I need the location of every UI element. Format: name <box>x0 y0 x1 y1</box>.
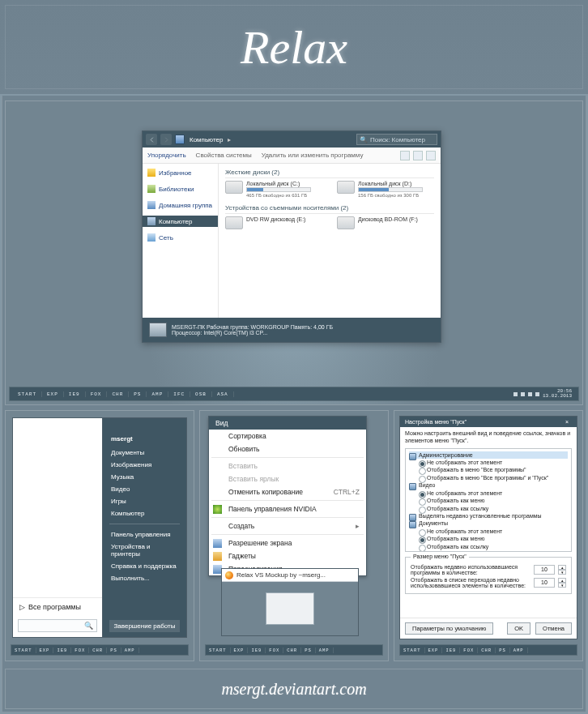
taskbar-item[interactable]: EXP <box>36 648 54 653</box>
tray-icon[interactable] <box>528 392 532 396</box>
menu-item[interactable]: Разрешение экрана <box>209 537 366 549</box>
organize-button[interactable]: Упорядочить <box>147 152 186 159</box>
recent-programs-spinner[interactable]: 10 <box>534 565 555 575</box>
taskbar-item[interactable]: IE9 <box>248 648 266 653</box>
taskbar-item[interactable]: FOX <box>460 648 478 653</box>
tree-option[interactable]: Не отображать этот элемент <box>419 528 568 535</box>
taskbar-item[interactable]: ASA <box>212 391 234 397</box>
taskbar-item[interactable]: PS <box>301 648 316 653</box>
menu-item[interactable]: Обновить <box>209 443 366 455</box>
taskbar-item[interactable]: EXP <box>42 391 64 397</box>
spinner-down-icon[interactable]: ▾ <box>558 570 566 575</box>
tree-header[interactable]: Администрирование <box>409 451 568 459</box>
tree-header[interactable]: Выделять недавно установленные программы <box>409 512 568 519</box>
taskbar[interactable]: STARTEXPIE9FOXCHRPSAMP <box>205 644 383 656</box>
sidebar-item-lib[interactable]: Библиотеки <box>143 183 218 195</box>
start-right-item[interactable]: Документы <box>109 447 180 459</box>
menu-item[interactable]: Гаджеты <box>209 549 366 562</box>
tree-option[interactable]: Отображать как меню <box>419 497 568 504</box>
start-right-item[interactable]: Изображения <box>109 459 180 471</box>
taskbar-item[interactable]: OSB <box>190 391 212 397</box>
spinner-down-icon[interactable]: ▾ <box>558 583 566 588</box>
cancel-button[interactable]: Отмена <box>535 622 572 635</box>
explorer-titlebar[interactable]: Компьютер ▸ 🔍 Поиск: Компьютер <box>143 131 441 148</box>
drive-item[interactable]: Локальный диск (C:)465 ГБ свободно из 63… <box>225 181 322 198</box>
settings-tree[interactable]: АдминистрированиеНе отображать этот элем… <box>405 448 572 552</box>
taskbar-item[interactable]: EXP <box>231 648 249 653</box>
taskbar-item[interactable]: AMP <box>147 391 168 397</box>
tray-icon[interactable] <box>521 392 525 396</box>
preview-pane-icon[interactable] <box>413 151 423 160</box>
drive-item[interactable]: Локальный диск (D:)156 ГБ свободно из 30… <box>337 181 434 198</box>
system-tray[interactable] <box>513 392 539 396</box>
drive-item[interactable]: Дисковод BD-ROM (F:) <box>337 216 434 229</box>
taskbar-item[interactable]: START <box>206 648 231 653</box>
breadcrumb[interactable]: Компьютер <box>188 136 224 143</box>
tree-option[interactable]: Отображать как меню <box>419 535 568 542</box>
taskbar-item[interactable]: AMP <box>510 648 528 653</box>
menu-item-nvidia[interactable]: Панель управления NVIDIA <box>209 502 366 515</box>
taskbar-item[interactable]: IE9 <box>53 648 71 653</box>
sidebar-item-star[interactable]: Избранное <box>143 167 218 178</box>
start-right-item[interactable]: Компьютер <box>109 507 180 519</box>
taskbar[interactable]: STARTEXPIE9FOXCHRPSAMPIFCOSBASA 20:56 13… <box>9 387 579 401</box>
taskbar-item[interactable]: CHR <box>478 648 496 653</box>
nav-forward-button[interactable] <box>160 134 172 145</box>
menu-item[interactable]: Отменить копированиеCTRL+Z <box>209 485 366 498</box>
uninstall-program-button[interactable]: Удалить или изменить программу <box>262 152 364 159</box>
tree-option[interactable]: Отображать в меню "Все программы" <box>419 466 568 473</box>
sidebar-item-home[interactable]: Домашняя группа <box>143 199 218 211</box>
start-search-input[interactable]: 🔍 <box>18 619 97 632</box>
menu-item[interactable]: Сортировка <box>209 430 366 443</box>
shutdown-button[interactable]: Завершение работы <box>109 620 180 632</box>
start-right-item[interactable]: Справка и поддержка <box>109 560 180 572</box>
defaults-button[interactable]: Параметры по умолчанию <box>405 622 493 635</box>
tree-option[interactable]: Не отображать этот элемент <box>419 490 568 497</box>
taskbar-item[interactable]: AMP <box>121 648 139 653</box>
taskbar-item[interactable]: CHR <box>107 391 129 397</box>
taskbar-item[interactable]: PS <box>496 648 510 653</box>
taskbar-item[interactable]: FOX <box>266 648 283 653</box>
taskbar[interactable]: STARTEXPIE9FOXCHRPSAMP <box>399 644 577 656</box>
taskbar-item[interactable]: FOX <box>71 648 89 653</box>
menu-item-view[interactable]: Вид <box>209 417 366 430</box>
tree-header[interactable]: Видео <box>409 481 568 489</box>
start-right-item[interactable]: Видео <box>109 483 180 495</box>
taskbar-item[interactable]: START <box>400 648 425 653</box>
taskbar-item[interactable]: AMP <box>316 648 334 653</box>
taskbar-item[interactable]: CHR <box>283 648 301 653</box>
system-properties-button[interactable]: Свойства системы <box>196 152 252 159</box>
drive-item[interactable]: DVD RW дисковод (E:) <box>225 216 322 229</box>
nav-back-button[interactable] <box>146 134 157 145</box>
tree-option[interactable]: Отображать как ссылку <box>419 505 568 512</box>
tray-icon[interactable] <box>513 392 518 396</box>
explorer-search-input[interactable]: 🔍 Поиск: Компьютер <box>356 134 437 145</box>
taskbar-item[interactable]: IFC <box>168 391 190 397</box>
sidebar-item-net[interactable]: Сеть <box>143 232 218 243</box>
taskbar-item[interactable]: IE9 <box>64 391 86 397</box>
ok-button[interactable]: OK <box>507 622 530 635</box>
user-name[interactable]: msergt <box>109 433 180 445</box>
taskbar-item[interactable]: EXP <box>425 648 443 653</box>
taskbar-item[interactable]: PS <box>129 391 147 397</box>
taskbar-item[interactable]: START <box>11 648 36 653</box>
jumplist-items-spinner[interactable]: 10 <box>534 578 555 588</box>
tree-option[interactable]: Не отображать этот элемент <box>419 459 568 466</box>
start-right-item[interactable]: Музыка <box>109 471 180 483</box>
sidebar-item-comp[interactable]: Компьютер <box>143 216 218 227</box>
firefox-window[interactable]: Relax VS Mockup by ~mserg... <box>221 568 359 636</box>
tree-option[interactable]: Отображать как ссылку <box>419 543 568 550</box>
close-button[interactable]: × <box>562 419 572 425</box>
taskbar-item[interactable]: CHR <box>89 648 107 653</box>
tree-header[interactable]: Домашняя группа <box>409 550 568 551</box>
start-right-item[interactable]: Игры <box>109 495 180 507</box>
taskbar-item[interactable]: FOX <box>86 391 108 397</box>
start-right-item[interactable]: Выполнить... <box>109 572 180 584</box>
all-programs-button[interactable]: ▷ Все программы <box>13 597 102 616</box>
menu-item-create[interactable]: Создать ▸ <box>209 519 366 532</box>
tree-header[interactable]: Документы <box>409 519 568 527</box>
taskbar-item[interactable]: START <box>13 391 42 397</box>
chevron-right-icon[interactable]: ▸ <box>228 136 231 143</box>
start-right-item[interactable]: Панель управления <box>109 528 180 541</box>
help-icon[interactable] <box>426 151 436 160</box>
